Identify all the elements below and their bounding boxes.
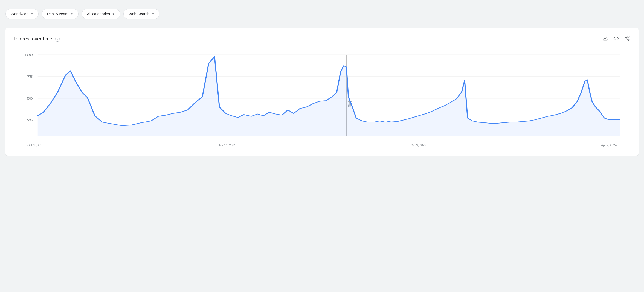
share-icon[interactable] xyxy=(624,36,630,42)
download-icon[interactable] xyxy=(602,36,608,42)
websearch-label: Web Search xyxy=(129,12,150,16)
embed-icon[interactable] xyxy=(613,36,619,42)
allcategories-chevron: ▼ xyxy=(112,13,115,16)
filter-bar: Worldwide ▼ Past 5 years ▼ All categorie… xyxy=(5,5,639,22)
chart-area: 100 75 50 25 Note xyxy=(14,49,630,142)
past5years-filter[interactable]: Past 5 years ▼ xyxy=(42,9,79,19)
card-title-area: Interest over time ? xyxy=(14,36,60,42)
svg-line-5 xyxy=(626,37,628,38)
worldwide-filter[interactable]: Worldwide ▼ xyxy=(5,9,39,19)
x-label-1: Oct 13, 20... xyxy=(27,144,44,147)
websearch-filter[interactable]: Web Search ▼ xyxy=(123,9,160,19)
x-axis-labels: Oct 13, 20... Apr 11, 2021 Oct 9, 2022 A… xyxy=(14,144,630,147)
x-label-3: Oct 9, 2022 xyxy=(411,144,426,147)
svg-text:100: 100 xyxy=(24,53,33,57)
worldwide-chevron: ▼ xyxy=(31,13,33,16)
card-header: Interest over time ? xyxy=(14,36,630,42)
worldwide-label: Worldwide xyxy=(11,12,28,16)
x-label-2: Apr 11, 2021 xyxy=(219,144,236,147)
svg-text:50: 50 xyxy=(27,97,33,100)
svg-text:75: 75 xyxy=(27,75,33,78)
past5years-chevron: ▼ xyxy=(71,13,73,16)
card-actions xyxy=(602,36,630,42)
card-title: Interest over time xyxy=(14,36,52,42)
svg-line-4 xyxy=(626,39,628,39)
help-icon[interactable]: ? xyxy=(55,37,60,42)
allcategories-filter[interactable]: All categories ▼ xyxy=(82,9,120,19)
allcategories-label: All categories xyxy=(87,12,110,16)
chart-card: Interest over time ? xyxy=(5,28,639,156)
past5years-label: Past 5 years xyxy=(47,12,68,16)
x-label-4: Apr 7, 2024 xyxy=(601,144,617,147)
chart-svg: 100 75 50 25 Note xyxy=(14,49,630,142)
websearch-chevron: ▼ xyxy=(152,13,154,16)
svg-text:25: 25 xyxy=(27,118,33,122)
